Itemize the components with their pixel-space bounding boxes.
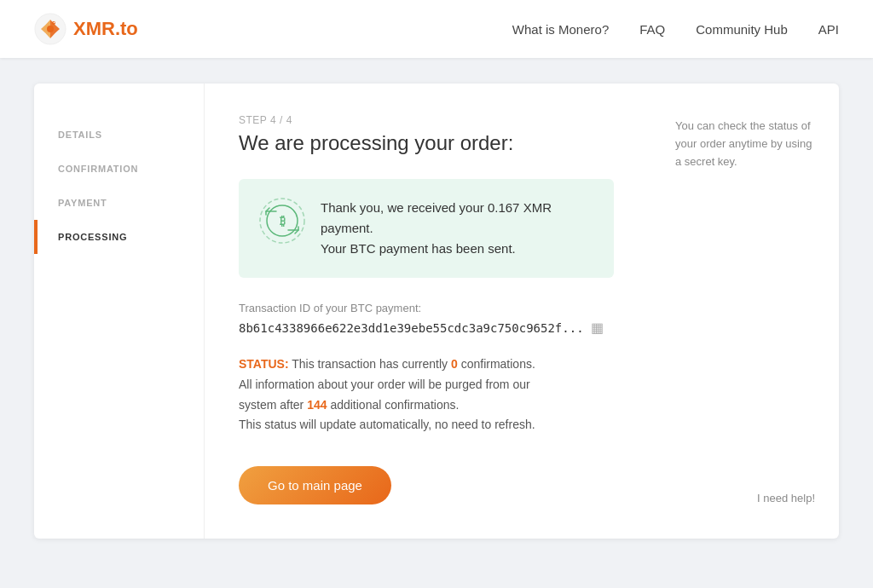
svg-text:₿: ₿ bbox=[280, 214, 286, 228]
sidebar-item-details[interactable]: Details bbox=[34, 118, 204, 152]
main-panel: Step 4 / 4 We are processing your order:… bbox=[205, 84, 651, 539]
status-line1-pre: This transaction has currently bbox=[292, 357, 451, 371]
success-box: ₿ Thank you, we received your 0.167 XMR … bbox=[239, 179, 614, 278]
go-to-main-page-button[interactable]: Go to main page bbox=[239, 466, 391, 504]
step-title: We are processing your order: bbox=[239, 131, 617, 155]
status-line4: This status will update automatically, n… bbox=[239, 418, 535, 431]
txid-value: 8b61c4338966e622e3dd1e39ebe55cdc3a9c750c… bbox=[239, 321, 584, 335]
status-confirmations: 0 bbox=[451, 357, 458, 371]
logo-icon bbox=[34, 13, 66, 45]
txid-label: Transaction ID of your BTC payment: bbox=[239, 302, 617, 314]
svg-point-1 bbox=[47, 26, 54, 32]
help-link[interactable]: I need help! bbox=[675, 492, 815, 504]
status-line3-post: additional confirmations. bbox=[327, 398, 460, 412]
svg-point-3 bbox=[54, 22, 55, 24]
txid-row: 8b61c4338966e622e3dd1e39ebe55cdc3a9c750c… bbox=[239, 320, 617, 336]
nav-api[interactable]: API bbox=[818, 22, 839, 37]
right-info-text: You can check the status of your order a… bbox=[675, 118, 815, 170]
right-panel: You can check the status of your order a… bbox=[651, 84, 839, 539]
step-label: Step 4 / 4 bbox=[239, 114, 617, 126]
nav-community-hub[interactable]: Community Hub bbox=[696, 22, 788, 37]
status-block: STATUS: This transaction has currently 0… bbox=[239, 355, 597, 435]
status-line3-pre: system after bbox=[239, 398, 307, 412]
sidebar-item-payment[interactable]: Payment bbox=[34, 186, 204, 220]
status-label: STATUS: bbox=[239, 357, 289, 371]
status-line2: All information about your order will be… bbox=[239, 378, 530, 391]
sidebar-item-confirmation[interactable]: Confirmation bbox=[34, 152, 204, 186]
logo-text: XMR.to bbox=[73, 18, 138, 40]
nav-monero[interactable]: What is Monero? bbox=[512, 22, 609, 37]
nav-faq[interactable]: FAQ bbox=[639, 22, 665, 37]
logo[interactable]: XMR.to bbox=[34, 13, 138, 45]
sidebar: Details Confirmation Payment Processing bbox=[34, 84, 205, 539]
status-line1-post: confirmations. bbox=[458, 357, 535, 371]
status-purge-num: 144 bbox=[307, 398, 327, 412]
copy-icon[interactable]: ▦ bbox=[591, 320, 604, 336]
page-body: Details Confirmation Payment Processing … bbox=[0, 58, 873, 564]
success-text: Thank you, we received your 0.167 XMR pa… bbox=[321, 198, 552, 259]
main-nav: What is Monero? FAQ Community Hub API bbox=[512, 22, 839, 37]
header: XMR.to What is Monero? FAQ Community Hub… bbox=[0, 0, 873, 58]
main-card: Details Confirmation Payment Processing … bbox=[34, 84, 839, 539]
sidebar-item-processing[interactable]: Processing bbox=[34, 220, 204, 254]
exchange-icon-wrap: ₿ bbox=[259, 198, 305, 244]
exchange-icon: ₿ bbox=[259, 198, 305, 244]
